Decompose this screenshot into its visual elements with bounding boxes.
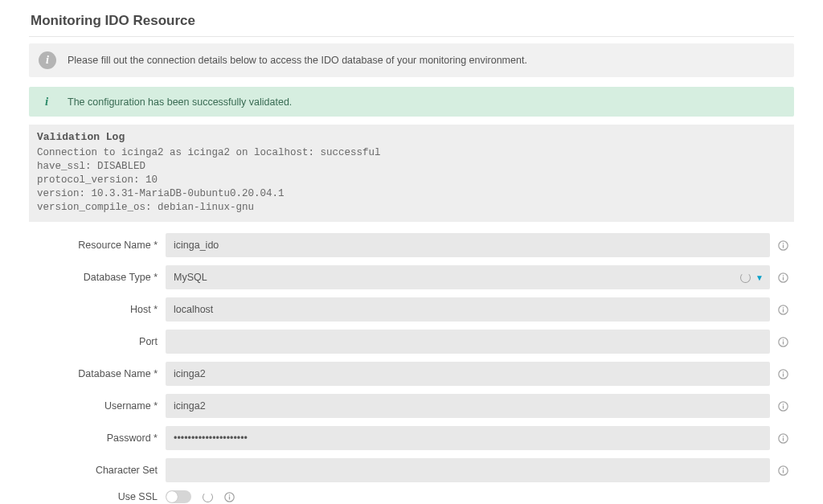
notice-banner: i Please fill out the connection details… <box>29 43 794 77</box>
port-field[interactable] <box>166 330 770 354</box>
password-input[interactable] <box>174 432 762 444</box>
svg-rect-10 <box>783 341 784 344</box>
use-ssl-toggle[interactable] <box>166 490 191 503</box>
port-label: Port <box>29 336 158 347</box>
info-icon[interactable] <box>778 401 794 412</box>
database-name-label: Database Name * <box>29 368 158 379</box>
svg-rect-2 <box>783 243 784 244</box>
info-icon[interactable] <box>778 433 794 444</box>
svg-rect-5 <box>783 275 784 276</box>
info-icon[interactable] <box>778 369 794 379</box>
info-icon[interactable] <box>778 465 794 476</box>
password-field[interactable] <box>166 426 770 450</box>
info-icon: i <box>40 95 53 109</box>
validation-log-title: Validation Log <box>37 131 786 143</box>
password-label: Password * <box>29 432 158 444</box>
svg-rect-23 <box>783 468 784 469</box>
database-name-field[interactable] <box>166 362 770 386</box>
info-icon[interactable] <box>778 272 794 283</box>
resource-name-field[interactable] <box>166 233 770 257</box>
database-type-value: MySQL <box>174 272 207 283</box>
divider <box>29 36 794 37</box>
host-field[interactable] <box>166 297 770 322</box>
svg-rect-1 <box>783 244 784 248</box>
svg-rect-11 <box>783 339 784 340</box>
svg-rect-22 <box>783 469 784 473</box>
database-type-field[interactable]: MySQL ▼ <box>166 265 770 289</box>
svg-rect-14 <box>783 371 784 372</box>
spinner-icon <box>203 492 213 502</box>
database-name-input[interactable] <box>174 368 762 379</box>
form: Resource Name * Database Type * MySQL ▼ … <box>29 233 794 503</box>
svg-rect-8 <box>783 307 784 308</box>
database-type-label: Database Type * <box>29 272 158 283</box>
info-icon[interactable] <box>224 492 235 502</box>
character-set-field[interactable] <box>166 458 770 482</box>
page-title: Monitoring IDO Resource <box>29 13 794 31</box>
use-ssl-label: Use SSL <box>29 491 158 502</box>
username-input[interactable] <box>174 400 762 412</box>
notice-text: Please fill out the connection details b… <box>68 55 527 66</box>
validation-log-body: Connection to icinga2 as icinga2 on loca… <box>37 146 786 214</box>
username-field[interactable] <box>166 394 770 418</box>
spinner-icon <box>740 272 751 283</box>
svg-rect-13 <box>783 373 784 376</box>
svg-rect-16 <box>783 405 784 408</box>
success-banner: i The configuration has been successfull… <box>29 87 794 117</box>
info-icon[interactable] <box>778 337 794 347</box>
host-label: Host * <box>29 304 158 315</box>
info-icon[interactable] <box>778 305 794 315</box>
resource-name-input[interactable] <box>174 240 762 251</box>
port-input[interactable] <box>174 336 762 347</box>
svg-rect-20 <box>783 436 784 436</box>
svg-rect-17 <box>783 404 784 404</box>
svg-rect-26 <box>229 494 230 495</box>
svg-rect-7 <box>783 309 784 312</box>
info-icon[interactable] <box>778 240 794 251</box>
caret-down-icon: ▼ <box>755 273 764 282</box>
resource-name-label: Resource Name * <box>29 240 158 251</box>
info-icon: i <box>39 51 56 69</box>
validation-log: Validation Log Connection to icinga2 as … <box>29 125 794 222</box>
character-set-label: Character Set <box>29 465 158 476</box>
svg-rect-19 <box>783 437 784 440</box>
svg-rect-25 <box>229 496 230 499</box>
username-label: Username * <box>29 400 158 412</box>
svg-rect-4 <box>783 277 784 280</box>
success-text: The configuration has been successfully … <box>68 96 292 108</box>
character-set-input[interactable] <box>174 465 762 476</box>
host-input[interactable] <box>174 304 762 315</box>
